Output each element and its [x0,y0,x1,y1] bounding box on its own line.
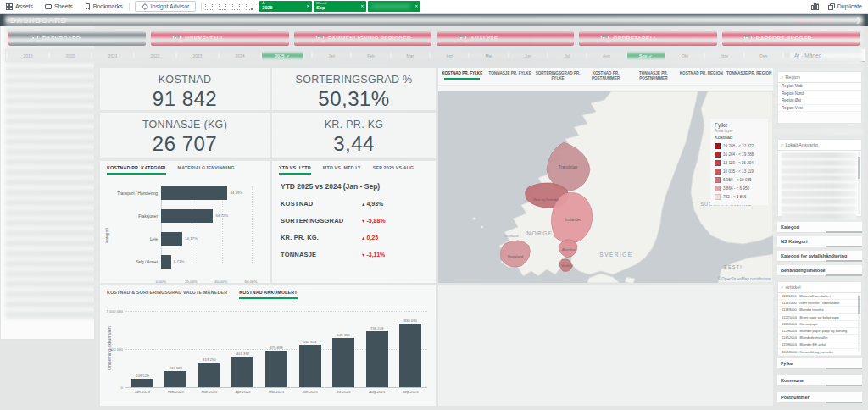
tab-sep-2025-vs-aug[interactable]: SEP 2025 VS AUG [373,165,414,175]
filter-behandlingsmetode[interactable]: Behandlingsmetode [777,265,862,276]
map-label-vestfold: Vestfold [561,264,573,268]
clear-selections-icon[interactable] [231,2,241,11]
map-tab-kostnad-pr-region[interactable]: KOSTNAD PR. REGION [677,68,725,85]
selection-chip-År[interactable]: År2025✕ [259,1,312,12]
ytd-title: YTD 2025 vs 2024 (Jan - Sep) [272,175,436,191]
chip-close-icon[interactable]: ✕ [415,3,418,8]
legend-swatch [715,194,721,200]
filter-ns-kategori[interactable]: NS Kategori [777,236,862,247]
sheets-button[interactable]: Sheets [39,0,79,13]
ytd-row-label: KR. PR. KG. [281,234,361,241]
filter-fylke[interactable]: Fylke [777,358,862,369]
scrollbar[interactable] [858,294,860,352]
filter-kommune[interactable]: Kommune [777,375,862,386]
acc-bar-Sep-2025[interactable]: 830 090 [399,324,421,387]
region-item-region-midt[interactable]: Region Midt [778,83,861,91]
search-icon: ⌕ [781,75,783,80]
category-bar[interactable] [161,186,227,200]
acc-bar-value: 475 898 [270,346,283,350]
toolbar: Assets Sheets Bookmarks Insight Advisor … [0,0,868,14]
category-bar-row[interactable]: Transport / Håndtering44,39% [100,186,270,200]
ytd-row-kr-pr-kg-: KR. PR. KG.▲0,25 [272,234,436,241]
category-bar-row[interactable]: Leie14,17% [100,232,270,246]
assets-button[interactable]: Assets [0,0,39,13]
artikkel-item[interactable]: 11618000 - Keramikk og porselen [778,349,861,356]
artikkel-item[interactable]: 11141000 - Rent trevirke - ubehandlet [778,300,861,307]
selection-chip-redacted[interactable]: ✕ [368,1,420,12]
artikkel-item[interactable]: 11296000 - Blandet papir, papp og karton… [778,328,861,335]
y-tick: 0 [121,385,125,390]
chart-grid-icon[interactable] [810,2,821,11]
category-bar[interactable] [161,232,182,246]
map-tab-kostnad-pr-postnummer[interactable]: KOSTNAD PR. POSTNUMMER [581,68,629,85]
region-item-region-nord[interactable]: Region Nord [778,91,861,98]
lokalt-ansvarlig-list-blurred[interactable] [778,152,861,219]
lokalt-ansvarlig-search[interactable]: ⌕ Lokalt Ansvarlig [778,140,861,151]
chip-close-icon[interactable]: ✕ [306,3,309,8]
y-tick: 1 000 000 [106,309,125,313]
acc-bar-Jan-2025[interactable]: 109 529 [131,379,153,387]
tab-materialgjenvinning[interactable]: MATERIALGJENVINNING [178,165,235,175]
selections-forward-icon[interactable] [217,2,227,11]
norway-map[interactable]: Trøndelag Møre og Romsdal Innlandet Vest… [438,91,773,283]
map-attribution[interactable]: © OpenStreetMap contributors [718,277,771,281]
acc-bar-Mar-2025[interactable]: 319 250 [198,363,220,387]
map-tab-kostnad-pr-fylke[interactable]: KOSTNAD PR. FYLKE [438,68,486,85]
acc-bar-Aug-2025[interactable]: 738 248 [366,331,388,387]
tab-kostnad-pr-kategori[interactable]: KOSTNAD PR. KATEGORI [107,165,166,175]
bookmarks-label: Bookmarks [93,3,123,9]
chip-close-icon[interactable]: ✕ [360,3,364,8]
category-bar-row[interactable]: Salg / Annet6,71% [100,255,270,269]
acc-x-label: Sep-2025 [403,390,419,394]
filter-postnummer[interactable]: Postnummer [777,392,862,403]
category-label: Salg / Annet [100,260,161,264]
artikkel-search[interactable]: ⌕ Artikkel [778,282,861,293]
selections-back-icon[interactable] [203,2,214,11]
region-item-region-vest[interactable]: Region Vest [778,105,861,113]
acc-bar-Feb-2025[interactable]: 216 589 [164,371,186,387]
bookmark-icon [85,3,91,10]
acc-x-label: Jan-2025 [135,390,150,394]
category-bar-row[interactable]: Fraksjoner34,72% [100,209,270,223]
tab-mtd-vs-mtd-ly[interactable]: MTD VS. MTD LY [323,165,361,175]
region-search[interactable]: ⌕ Region [778,72,861,83]
artikkel-item[interactable]: 11221000 - Brunt papir og bølgepapp [778,314,861,321]
kostnad-akkumulert-chart[interactable]: 0500 0001 000 000109 529Jan-2025216 589F… [125,311,427,387]
artikkel-item[interactable]: 11251000 - Kontorpapir [778,321,861,328]
acc-bar-Jun-2025[interactable]: 560 874 [299,345,321,387]
scrollbar[interactable] [858,152,860,214]
map-tab-tonnasje-pr-postnummer[interactable]: TONNASJE PR. POSTNUMMER [630,68,677,85]
insight-advisor-button[interactable]: Insight Advisor [135,1,197,12]
tab-kostnad-sorteringsgrad-valgte-m-neder[interactable]: KOSTNAD & SORTERINGSGRAD VALGTE MÅNEDER [107,290,227,299]
artikkel-item[interactable]: 11149000 - Blandet trevirke [778,307,861,313]
acc-bar-Jul-2025[interactable]: 649 355 [332,338,354,387]
category-bar[interactable] [161,255,171,269]
artikkel-search-placeholder: Artikkel [785,285,859,290]
selection-chip-Måned[interactable]: MånedSep✕ [314,1,366,12]
selections-tool-icon[interactable] [244,2,254,11]
acc-bar-Mai-2025[interactable]: 475 898 [265,351,287,387]
artikkel-item[interactable]: 11120100 - Matavfall uemballert [778,293,861,300]
tab-kostnad-akkumulert[interactable]: KOSTNAD AKKUMULERT [239,290,297,299]
tab-ytd-vs-lytd[interactable]: YTD VS. LYTD [279,165,311,175]
map-tab-tonnasje-pr-region[interactable]: TONNASJE PR. REGION [726,68,773,85]
map-tab-sorteringsgrad-pr-fylke[interactable]: SORTERINGSGRAD PR. FYLKE [534,68,581,85]
category-bar[interactable] [161,209,213,223]
acc-bar-Apr-2025[interactable]: 401 392 [231,357,253,387]
filter-kategori-for-avfallsh-ndtering[interactable]: Kategori for avfallshåndtering [777,251,862,262]
x-tick: 0,00% [156,280,166,284]
assets-label: Assets [15,3,33,9]
kpi-kostnad-title: KOSTNAD [100,74,270,86]
filter-kategori[interactable]: Kategori [777,222,862,233]
artikkel-item[interactable]: 11452000 - Blandede metaller [778,335,861,341]
artikkel-item[interactable]: 11596000 - Blandet EE-avfall [778,341,861,348]
bookmarks-button[interactable]: Bookmarks [79,0,129,13]
region-item-region-st[interactable]: Region Øst [778,97,861,105]
duplicate-button[interactable]: Duplicate [822,0,868,13]
kostnad-pr-kategori-chart[interactable]: Transport / Håndtering44,39%Fraksjoner34… [100,180,270,283]
sheets-icon [45,3,52,10]
legend-item: 3 866 - < 6 950 [715,184,765,192]
kpi-kr-pr-kg: KR. PR. KG 3,44 [272,113,436,158]
map-tab-tonnasje-pr-fylke[interactable]: TONNASJE PR. FYLKE [486,68,533,85]
category-label: Transport / Håndtering [100,191,161,196]
